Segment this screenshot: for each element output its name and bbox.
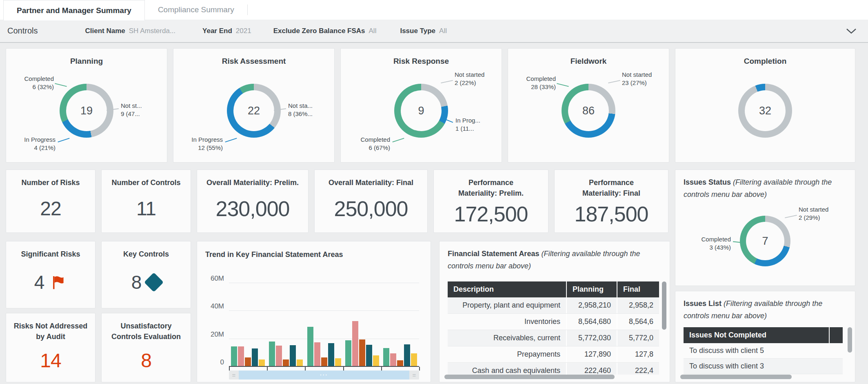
risk-assessment-donut-chart[interactable]: 22Not sta...8 (36%...In Progress12 (55%) (173, 67, 334, 154)
donut-ring[interactable]: 22 (227, 84, 281, 138)
filter-value[interactable]: SH Amsterda... (129, 27, 175, 35)
card-risks-not-addressed: Risks Not Addressed by Audit 14 (6, 313, 95, 382)
column-header-description[interactable]: Description (448, 281, 566, 297)
bar-salmon-2018[interactable] (238, 346, 244, 366)
issues-vertical-scrollbar[interactable] (848, 327, 852, 353)
bar-green-2020[interactable] (307, 327, 313, 366)
fsa-title: Financial Statement Areas (Filtering ava… (440, 241, 670, 272)
chevron-down-icon[interactable] (846, 28, 857, 34)
bar-yellow-2022[interactable] (411, 353, 417, 366)
fieldwork-donut-chart[interactable]: 86Completed28 (33%)Not started23 (27%) (508, 67, 669, 154)
table-row[interactable]: Property, plant and equipment2,958,2102,… (448, 297, 659, 314)
kpi-title: Overall Materiality: Final (322, 177, 420, 188)
card-significant-risks: Significant Risks 4 (6, 241, 95, 308)
bar-yellow-2020[interactable] (335, 358, 341, 366)
bar-dark-teal-2020[interactable] (328, 343, 334, 366)
section-title-text: Financial Statement Areas (448, 250, 539, 258)
trend-chart-title: Trend in Key Financial Statement Areas (197, 241, 431, 261)
filter-client-name: Client Name SH Amsterda... (85, 27, 175, 35)
donut-hole: 19 (66, 90, 107, 131)
filter-label: Year End (202, 27, 232, 35)
filter-label: Issue Type (400, 27, 435, 35)
bar-dark-teal-2018[interactable] (252, 348, 258, 366)
donut-ring[interactable]: 9 (394, 84, 448, 138)
donut-ring[interactable]: 32 (738, 84, 792, 138)
bar-yellow-2018[interactable] (259, 359, 265, 366)
issues-horizontal-scrollbar[interactable] (680, 375, 792, 379)
donut-ring[interactable]: 19 (60, 84, 113, 138)
kpi-value: 22 (40, 197, 61, 220)
fsa-table: Description Planning Final Property, pla… (448, 281, 659, 375)
bar-yellow-2021[interactable] (373, 355, 379, 366)
fsa-horizontal-scrollbar[interactable] (444, 375, 615, 379)
filter-year-end: Year End 2021 (202, 27, 251, 35)
tab-compliance-summary[interactable]: Compliance Summary (145, 0, 247, 20)
scrollbar-right-handle[interactable]: = (409, 371, 419, 380)
card-issues-status: Issues Status (Filtering available throu… (675, 170, 855, 286)
donut-center-value: 7 (762, 235, 768, 248)
bar-burnt-orange-2021[interactable] (359, 339, 365, 366)
bar-burnt-orange-2018[interactable] (245, 357, 251, 366)
risk-response-donut-chart[interactable]: 9Not started2 (22%)In Prog...1 (11...Com… (341, 67, 502, 154)
list-item[interactable]: To discuss with client 3 (684, 359, 843, 374)
bar-salmon-2021[interactable] (352, 321, 358, 366)
column-header-issues-not-completed[interactable]: Issues Not Completed (684, 327, 829, 343)
y-tick-label: 40M (211, 302, 224, 310)
bar-salmon-2022[interactable] (390, 353, 396, 366)
bar-salmon-2020[interactable] (314, 342, 320, 366)
scrollbar-left-handle[interactable]: = (229, 371, 239, 380)
bar-green-2022[interactable] (383, 348, 389, 366)
scrollbar-thumb[interactable]: ··· (239, 371, 409, 380)
card-issues-list: Issues List (Filtering available through… (675, 291, 855, 382)
bar-green-2018[interactable] (231, 346, 237, 366)
kpi-value: 8 (131, 271, 142, 293)
y-tick-label: 0 (220, 358, 224, 366)
card-performance-materiality-final: Performance Materiality: Final 187,500 (554, 170, 668, 233)
bar-green-2019[interactable] (269, 342, 275, 366)
bar-dark-teal-2022[interactable] (404, 344, 410, 366)
bar-green-2021[interactable] (345, 340, 351, 366)
filter-value[interactable]: All (439, 27, 447, 35)
bar-group-2020 (305, 280, 343, 366)
kpi-title: Performance Materiality: Prelim. (450, 177, 532, 199)
y-tick-label: 20M (211, 330, 224, 339)
bar-group-2022 (381, 280, 419, 366)
list-item[interactable]: To discuss with client 5 (684, 343, 843, 359)
kpi-title: Unsatisfactory Controls Evaluation (109, 321, 183, 342)
completion-donut-chart[interactable]: 32 (675, 67, 855, 154)
donut-hole: 9 (401, 90, 442, 131)
table-cell: Inventories (448, 314, 566, 330)
filter-value[interactable]: All (369, 27, 377, 35)
bar-burnt-orange-2019[interactable] (283, 359, 289, 366)
table-row[interactable]: Prepayments127,890127,8 (448, 346, 659, 363)
bar-group-2018 (229, 280, 267, 366)
bar-burnt-orange-2020[interactable] (321, 357, 327, 366)
donut-ring[interactable]: 7 (740, 216, 790, 266)
table-row[interactable]: Receivables, current5,772,0305,772,0 (448, 330, 659, 346)
table-cell: 222,460 (566, 363, 617, 375)
table-row[interactable]: Inventories8,564,6808,564,6 (448, 314, 659, 330)
fsa-vertical-scrollbar[interactable] (662, 281, 666, 330)
filter-value[interactable]: 2021 (236, 27, 251, 35)
planning-donut-chart[interactable]: 19Completed6 (32%)Not st...9 (47...In Pr… (6, 67, 167, 154)
section-title-text: Issues Status (684, 178, 731, 186)
tab-partner-and-manager-summary[interactable]: Partner and Manager Summary (3, 0, 145, 20)
bar-dark-teal-2021[interactable] (366, 345, 372, 366)
bar-salmon-2019[interactable] (276, 346, 282, 366)
bar-burnt-orange-2022[interactable] (397, 360, 403, 366)
donut-callout: Completed28 (33%) (526, 75, 556, 91)
card-overall-materiality-final: Overall Materiality: Final 250,000 (314, 170, 428, 233)
table-cell: 2,958,210 (566, 297, 617, 313)
table-cell: 5,772,0 (617, 330, 659, 346)
column-header-final[interactable]: Final (617, 281, 659, 297)
bar-yellow-2019[interactable] (297, 359, 303, 366)
table-row[interactable]: Cash and cash equivalents222,460222,4 (448, 363, 659, 375)
issues-list-title: Issues List (Filtering available through… (675, 291, 855, 322)
issues-status-donut-chart[interactable]: 7Not started2 (29%)Completed3 (43%) (675, 202, 855, 280)
filter-exclude-zero-balance-fsas: Exclude Zero Balance FSAs All (273, 27, 377, 35)
bar-dark-teal-2019[interactable] (290, 345, 296, 366)
trend-bar-chart[interactable]: 60M40M20M0 (229, 280, 419, 367)
issues-list-header: Issues Not Completed (684, 327, 843, 343)
column-header-planning[interactable]: Planning (566, 281, 617, 297)
donut-ring[interactable]: 86 (562, 84, 615, 138)
